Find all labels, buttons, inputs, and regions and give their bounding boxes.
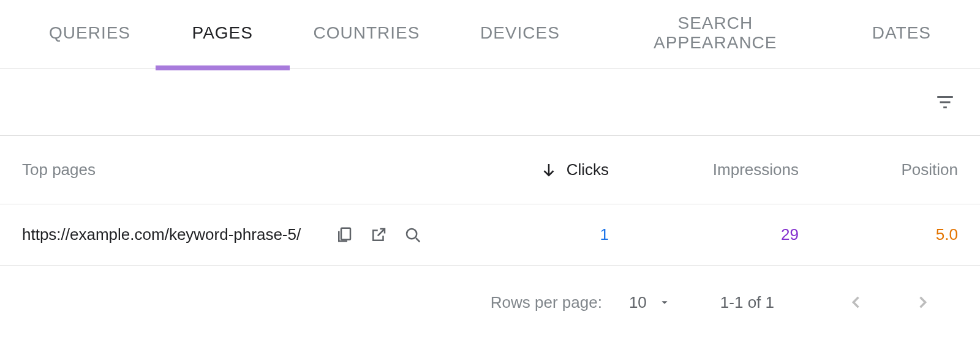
dropdown-caret-icon bbox=[658, 296, 671, 309]
pagination-range: 1-1 of 1 bbox=[720, 293, 774, 312]
performance-table-panel: QUERIES PAGES COUNTRIES DEVICES SEARCH A… bbox=[0, 0, 980, 339]
tab-devices[interactable]: DEVICES bbox=[480, 0, 560, 70]
row-clicks-value: 1 bbox=[425, 225, 609, 244]
filter-bar bbox=[0, 69, 980, 136]
tab-dates[interactable]: DATES bbox=[872, 0, 931, 70]
tab-search-appearance[interactable]: SEARCH APPEARANCE bbox=[616, 0, 816, 80]
table-header-row: Top pages Clicks Impressions Position bbox=[0, 136, 980, 204]
open-new-tab-icon[interactable] bbox=[369, 226, 388, 244]
tab-countries[interactable]: COUNTRIES bbox=[314, 0, 420, 70]
pagination-bar: Rows per page: 10 1-1 of 1 bbox=[0, 266, 980, 339]
table-row[interactable]: https://example.com/keyword-phrase-5/ 1 … bbox=[0, 204, 980, 266]
row-impressions-value: 29 bbox=[609, 225, 799, 244]
svg-point-1 bbox=[407, 229, 417, 239]
sort-desc-icon bbox=[540, 161, 558, 179]
column-header-clicks[interactable]: Clicks bbox=[425, 160, 609, 179]
column-header-impressions[interactable]: Impressions bbox=[609, 160, 799, 179]
row-url: https://example.com/keyword-phrase-5/ bbox=[22, 225, 301, 244]
column-header-position[interactable]: Position bbox=[799, 160, 958, 179]
search-icon[interactable] bbox=[404, 226, 422, 244]
svg-rect-0 bbox=[341, 228, 350, 239]
tabs-bar: QUERIES PAGES COUNTRIES DEVICES SEARCH A… bbox=[0, 0, 980, 69]
next-page-button[interactable] bbox=[902, 294, 943, 311]
prev-page-button[interactable] bbox=[835, 294, 877, 311]
tab-queries[interactable]: QUERIES bbox=[49, 0, 130, 70]
row-position-value: 5.0 bbox=[799, 225, 958, 244]
copy-icon[interactable] bbox=[335, 226, 353, 244]
rows-per-page-selector[interactable]: 10 bbox=[629, 293, 671, 312]
column-header-clicks-label: Clicks bbox=[567, 160, 609, 179]
rows-per-page-label: Rows per page: bbox=[491, 293, 602, 312]
column-header-top-pages[interactable]: Top pages bbox=[22, 160, 425, 179]
rows-per-page-value: 10 bbox=[629, 293, 647, 312]
tab-pages[interactable]: PAGES bbox=[192, 0, 253, 70]
filter-icon[interactable] bbox=[935, 92, 956, 113]
